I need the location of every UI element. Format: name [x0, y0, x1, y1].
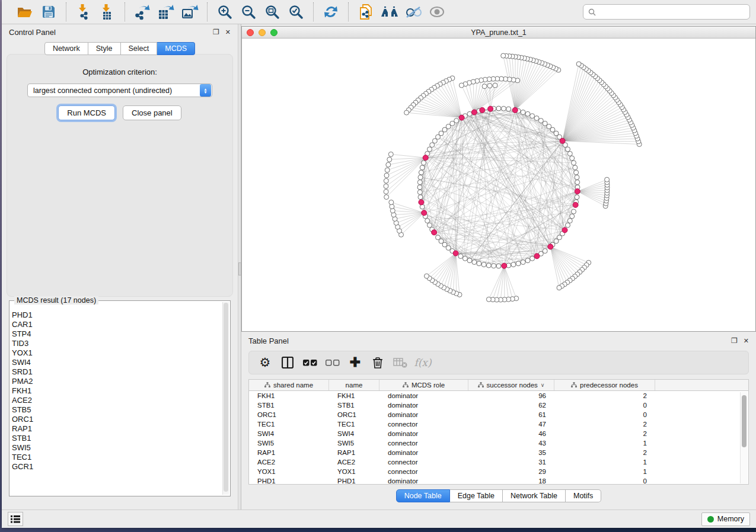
- column-header-name[interactable]: name: [329, 380, 379, 390]
- criterion-select[interactable]: largest connected component (undirected)…: [27, 84, 212, 97]
- window-minimize-icon[interactable]: [259, 29, 266, 36]
- cell-predecessor-nodes[interactable]: 0: [554, 477, 655, 485]
- cell-successor-nodes[interactable]: 61: [468, 411, 554, 418]
- show-all-icon[interactable]: [425, 2, 449, 21]
- close-icon[interactable]: ✕: [225, 29, 231, 36]
- cell-shared-name[interactable]: YOX1: [249, 468, 329, 475]
- tab-network-table[interactable]: Network Table: [503, 489, 566, 502]
- column-header-predecessor-nodes[interactable]: predecessor nodes: [554, 380, 655, 390]
- cell-name[interactable]: TEC1: [329, 421, 379, 428]
- cell-predecessor-nodes[interactable]: 2: [554, 449, 655, 456]
- table-row[interactable]: TEC1TEC1connector472: [249, 419, 748, 429]
- cell-name[interactable]: YOX1: [329, 468, 379, 475]
- cell-MCDS-role[interactable]: dominator: [379, 430, 468, 437]
- zoom-selected-icon[interactable]: [284, 2, 308, 21]
- hide-selected-icon[interactable]: [401, 2, 425, 21]
- cell-successor-nodes[interactable]: 46: [468, 430, 554, 437]
- mcds-node-item[interactable]: STB1: [12, 434, 222, 443]
- table-row[interactable]: YOX1YOX1connector291: [249, 467, 748, 476]
- table-row[interactable]: SWI5SWI5connector431: [249, 438, 748, 448]
- close-icon[interactable]: ✕: [744, 338, 749, 344]
- delete-columns-icon[interactable]: [368, 354, 388, 371]
- cell-shared-name[interactable]: TEC1: [249, 421, 329, 428]
- tab-edge-table[interactable]: Edge Table: [450, 489, 503, 502]
- cell-successor-nodes[interactable]: 62: [468, 402, 554, 409]
- cell-MCDS-role[interactable]: connector: [379, 421, 468, 428]
- export-table-icon[interactable]: [154, 2, 178, 21]
- table-row[interactable]: SWI4SWI4dominator462: [249, 429, 748, 438]
- cell-successor-nodes[interactable]: 18: [468, 477, 554, 485]
- table-row[interactable]: ACE2ACE2connector311: [249, 457, 748, 467]
- tab-select[interactable]: Select: [121, 42, 158, 55]
- cell-successor-nodes[interactable]: 31: [468, 459, 554, 466]
- mcds-result-list[interactable]: PHD1CAR1STP4TID3YOX1SWI4SRD1PMA2FKH1ACE2…: [12, 303, 222, 495]
- cell-shared-name[interactable]: RAP1: [249, 449, 329, 456]
- float-icon[interactable]: ❐: [213, 28, 219, 36]
- mcds-node-item[interactable]: SWI4: [12, 358, 222, 367]
- export-image-icon[interactable]: [178, 2, 202, 21]
- mcds-node-item[interactable]: TID3: [12, 339, 222, 348]
- cell-predecessor-nodes[interactable]: 1: [554, 459, 655, 466]
- run-mcds-button[interactable]: Run MCDS: [58, 105, 115, 120]
- column-header-shared-name[interactable]: shared name: [249, 380, 329, 390]
- cell-shared-name[interactable]: PHD1: [249, 477, 329, 485]
- cell-predecessor-nodes[interactable]: 2: [554, 430, 655, 437]
- open-session-icon[interactable]: [13, 2, 37, 21]
- first-neighbors-icon[interactable]: [378, 2, 401, 21]
- cell-successor-nodes[interactable]: 47: [468, 421, 554, 428]
- apply-layout-icon[interactable]: [319, 2, 343, 21]
- mcds-scrollbar[interactable]: [222, 302, 229, 495]
- import-network-icon[interactable]: [72, 2, 95, 21]
- mcds-node-item[interactable]: CAR1: [12, 320, 222, 329]
- cell-MCDS-role[interactable]: dominator: [379, 449, 468, 456]
- node-table[interactable]: shared namenameMCDS rolesuccessor nodes∨…: [248, 379, 749, 485]
- zoom-in-icon[interactable]: [213, 2, 237, 21]
- cell-successor-nodes[interactable]: 29: [468, 468, 554, 475]
- tab-motifs[interactable]: Motifs: [566, 489, 601, 502]
- table-row[interactable]: ORC1ORC1dominator610: [249, 410, 748, 419]
- table-row[interactable]: FKH1FKH1dominator962: [249, 391, 748, 400]
- mcds-node-item[interactable]: ACE2: [12, 396, 222, 405]
- cell-MCDS-role[interactable]: dominator: [379, 477, 468, 485]
- table-row[interactable]: RAP1RAP1dominator352: [249, 448, 748, 457]
- mcds-node-item[interactable]: GCR1: [12, 462, 222, 472]
- mcds-node-item[interactable]: PMA2: [12, 377, 222, 386]
- tab-node-table[interactable]: Node Table: [396, 489, 450, 502]
- mcds-node-item[interactable]: FKH1: [12, 386, 222, 396]
- cell-shared-name[interactable]: SWI5: [249, 440, 329, 447]
- cell-predecessor-nodes[interactable]: 1: [554, 468, 655, 475]
- cell-name[interactable]: SWI4: [329, 430, 379, 437]
- search-input[interactable]: [599, 8, 745, 16]
- cell-shared-name[interactable]: SWI4: [249, 430, 329, 437]
- cell-name[interactable]: STB1: [329, 402, 379, 409]
- network-titlebar[interactable]: YPA_prune.txt_1: [242, 27, 755, 39]
- select-all-rows-icon[interactable]: [300, 354, 320, 371]
- column-header-MCDS-role[interactable]: MCDS role: [379, 380, 468, 390]
- export-network-icon[interactable]: [130, 2, 154, 21]
- memory-button[interactable]: Memory: [701, 512, 750, 526]
- save-session-icon[interactable]: [37, 2, 60, 21]
- tab-network[interactable]: Network: [44, 42, 88, 55]
- cell-shared-name[interactable]: ORC1: [249, 411, 329, 418]
- cell-shared-name[interactable]: STB1: [249, 402, 329, 409]
- cell-predecessor-nodes[interactable]: 0: [554, 402, 655, 409]
- mcds-node-item[interactable]: RAP1: [12, 424, 222, 434]
- cell-predecessor-nodes[interactable]: 2: [554, 421, 655, 428]
- network-canvas[interactable]: [242, 39, 755, 331]
- cell-MCDS-role[interactable]: connector: [379, 459, 468, 466]
- table-mode-gear-icon[interactable]: ⚙: [255, 354, 275, 371]
- cell-name[interactable]: PHD1: [329, 477, 379, 485]
- import-table-icon[interactable]: [95, 2, 119, 21]
- search-box[interactable]: [583, 4, 750, 20]
- tab-mcds[interactable]: MCDS: [157, 42, 195, 55]
- mcds-node-item[interactable]: ORC1: [12, 415, 222, 424]
- window-maximize-icon[interactable]: [270, 29, 277, 36]
- cell-successor-nodes[interactable]: 35: [468, 449, 554, 456]
- zoom-out-icon[interactable]: [237, 2, 260, 21]
- cell-successor-nodes[interactable]: 96: [468, 392, 554, 399]
- mcds-node-item[interactable]: STP4: [12, 329, 222, 339]
- zoom-fit-icon[interactable]: [260, 2, 284, 21]
- cell-name[interactable]: ORC1: [329, 411, 379, 418]
- cell-name[interactable]: SWI5: [329, 440, 379, 447]
- close-panel-button[interactable]: Close panel: [123, 105, 181, 120]
